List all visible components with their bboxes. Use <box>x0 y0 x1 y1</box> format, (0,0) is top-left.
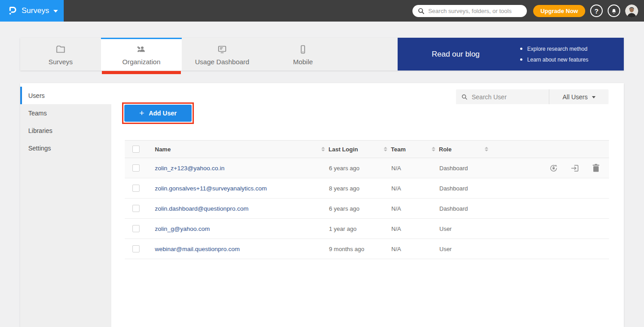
table-row: webinar@mail.questionpro.com 9 months ag… <box>125 239 609 259</box>
user-filter-value: All Users <box>562 93 587 101</box>
organization-sidebar: Users Teams Libraries Settings <box>20 83 111 327</box>
row-actions <box>549 164 609 173</box>
row-checkbox[interactable] <box>132 245 140 252</box>
promo-bullet-text: Learn about new features <box>527 57 588 63</box>
users-content: All Users + Add User Name Last Login T <box>111 83 624 327</box>
role-value: User <box>432 246 485 252</box>
row-checkbox[interactable] <box>132 185 140 192</box>
caret-down-icon <box>53 10 58 15</box>
add-user-button[interactable]: + Add User <box>124 105 192 122</box>
user-email-link[interactable]: zolin_z+123@yahoo.co.in <box>155 165 224 172</box>
sort-icon[interactable] <box>485 147 488 151</box>
user-email-link[interactable]: zolin.gonsalves+11@surveyanalytics.com <box>155 185 267 192</box>
bullet-dot-icon <box>520 48 522 50</box>
column-header-label: Last Login <box>329 146 358 153</box>
questionpro-p-logo <box>7 5 17 16</box>
product-label: Surveys <box>22 6 49 15</box>
user-search[interactable] <box>456 89 549 104</box>
dashboard-icon <box>217 44 228 55</box>
notifications-button[interactable] <box>608 4 620 17</box>
row-checkbox[interactable] <box>132 225 140 232</box>
sort-icon[interactable] <box>321 147 325 151</box>
column-header-last-login[interactable]: Last Login <box>321 146 384 153</box>
reset-password-icon[interactable] <box>549 164 558 173</box>
main-tabs: Surveys Organization Usage Dashboard Mob… <box>20 38 624 71</box>
mobile-icon <box>298 44 308 55</box>
topbar: Surveys Upgrade Now ? <box>0 0 644 22</box>
sort-icon[interactable] <box>432 147 435 151</box>
table-row: zolin.gonsalves+11@surveyanalytics.com 8… <box>125 178 609 199</box>
bullet-dot-icon <box>520 58 522 61</box>
user-search-input[interactable] <box>472 93 553 101</box>
add-user-label: Add User <box>149 110 176 117</box>
last-login-value: 9 months ago <box>321 246 384 252</box>
role-value: Dashboard <box>432 185 485 192</box>
tab-surveys[interactable]: Surveys <box>20 38 101 71</box>
sidebar-spacer <box>20 83 111 87</box>
sidebar-item-libraries[interactable]: Libraries <box>20 122 111 139</box>
table-row: zolin_g@yahoo.com 1 year ago N/A User <box>125 219 609 239</box>
user-email-link[interactable]: zolin_g@yahoo.com <box>155 225 210 232</box>
table-header-row: Name Last Login Team Role <box>125 140 609 158</box>
user-avatar[interactable] <box>625 4 638 18</box>
column-header-team[interactable]: Team <box>384 146 432 153</box>
annotation-highlight-add-user: + Add User <box>122 102 194 124</box>
column-header-name[interactable]: Name <box>155 146 321 153</box>
sort-icon[interactable] <box>384 147 387 151</box>
row-checkbox[interactable] <box>132 164 140 172</box>
tab-label: Surveys <box>48 58 73 66</box>
column-header-label: Role <box>439 146 451 153</box>
user-filter-dropdown[interactable]: All Users <box>549 89 609 104</box>
blog-promo-banner[interactable]: Read our blog Explore research method Le… <box>398 38 624 71</box>
sidebar-filler <box>20 157 111 327</box>
question-mark-icon: ? <box>594 7 598 15</box>
add-team-icon <box>136 44 147 55</box>
tab-label: Mobile <box>293 58 313 66</box>
global-search-input[interactable] <box>428 8 521 14</box>
promo-title: Read our blog <box>432 50 480 59</box>
delete-icon[interactable] <box>592 164 600 172</box>
users-table: Name Last Login Team Role <box>125 140 609 259</box>
row-checkbox[interactable] <box>132 205 140 212</box>
table-row: zolin.dashboard@questionpro.com 6 years … <box>125 199 609 219</box>
column-header-role[interactable]: Role <box>432 146 485 153</box>
annotation-highlight-organization-tab <box>102 71 181 74</box>
last-login-value: 6 years ago <box>321 205 384 212</box>
bell-icon <box>611 8 617 14</box>
sidebar-item-users[interactable]: Users <box>20 87 111 104</box>
help-button[interactable]: ? <box>590 4 603 17</box>
role-value: Dashboard <box>432 205 485 212</box>
search-icon <box>461 94 468 100</box>
last-login-value: 1 year ago <box>321 225 384 232</box>
role-value: Dashboard <box>432 165 485 172</box>
folder-icon <box>55 44 66 55</box>
organization-panel: Users Teams Libraries Settings All Users… <box>20 83 624 327</box>
team-value: N/A <box>384 205 432 212</box>
global-search[interactable] <box>412 5 527 17</box>
tab-usage-dashboard[interactable]: Usage Dashboard <box>182 38 263 71</box>
sidebar-item-settings[interactable]: Settings <box>20 139 111 157</box>
tab-organization[interactable]: Organization <box>101 38 182 71</box>
tab-label: Usage Dashboard <box>195 58 250 66</box>
login-as-user-icon[interactable] <box>570 164 580 173</box>
table-row: zolin_z+123@yahoo.co.in 6 years ago N/A … <box>125 158 609 178</box>
promo-bullet-list: Explore research method Learn about new … <box>520 46 588 63</box>
promo-bullet-text: Explore research method <box>527 46 587 52</box>
tab-label: Organization <box>122 58 160 66</box>
last-login-value: 6 years ago <box>321 165 384 172</box>
team-value: N/A <box>384 185 432 192</box>
search-icon <box>418 8 425 14</box>
brand-product-switcher[interactable]: Surveys <box>0 0 64 22</box>
sidebar-item-label: Libraries <box>28 127 53 134</box>
sidebar-item-label: Users <box>28 92 45 99</box>
plus-icon: + <box>139 109 144 117</box>
user-email-link[interactable]: zolin.dashboard@questionpro.com <box>155 205 249 212</box>
sidebar-item-teams[interactable]: Teams <box>20 104 111 122</box>
select-all-checkbox[interactable] <box>132 146 140 153</box>
upgrade-now-button[interactable]: Upgrade Now <box>533 5 585 17</box>
tab-mobile[interactable]: Mobile <box>263 38 343 71</box>
promo-bullet-item: Explore research method <box>520 46 588 52</box>
column-header-label: Team <box>391 146 406 153</box>
user-email-link[interactable]: webinar@mail.questionpro.com <box>155 246 240 252</box>
caret-down-icon <box>592 96 596 100</box>
